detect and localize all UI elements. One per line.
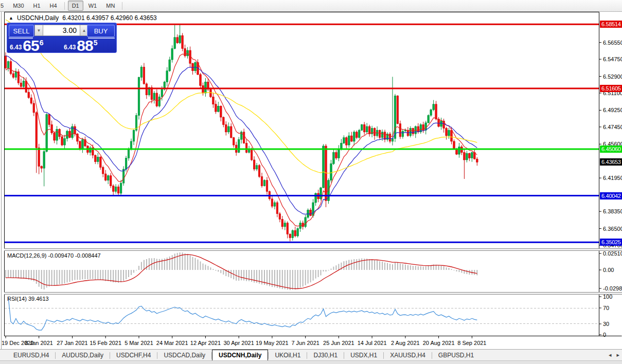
toolbar-separator — [64, 2, 65, 10]
tab-eurusd-h4[interactable]: EURUSD,H4 — [7, 350, 55, 361]
sell-price-big: 65 — [23, 39, 39, 52]
pane-separator-rsi[interactable] — [4, 292, 622, 295]
tab-scroll-left-icon[interactable]: ◂ — [609, 352, 612, 358]
price-level-badge: 6.58514 — [600, 21, 622, 28]
pane-separator-macd[interactable] — [4, 248, 622, 251]
timeframe-button-H1[interactable]: H1 — [29, 1, 45, 11]
price-axis-tick: 6.36500 — [603, 226, 622, 232]
price-level-badge: 6.35025 — [600, 239, 622, 246]
chart-header: ▲ USDCNH,Daily 6.43201 6.43957 6.42960 6… — [9, 14, 157, 22]
date-axis-label: 8 Sep 2021 — [457, 340, 486, 346]
tab-bar-strip — [0, 360, 622, 364]
date-axis-label: 20 Aug 2021 — [423, 340, 455, 346]
price-level-badge: 6.40042 — [600, 192, 622, 199]
timeframe-button-W1[interactable]: W1 — [84, 1, 101, 11]
tab-usdcad-daily[interactable]: USDCAD,Daily — [157, 350, 211, 361]
date-axis-label: 12 Apr 2021 — [190, 340, 221, 346]
sell-price-sup: 6 — [40, 39, 44, 47]
tab-usdx-h1[interactable]: USDX,H1 — [344, 350, 383, 361]
sell-price[interactable]: 6.43 65 6 — [10, 39, 61, 52]
price-level-badge: 6.45060 — [600, 145, 622, 153]
one-click-trade-panel: SELL ▼ ▲ BUY 6.43 65 6 6.43 88 5 — [7, 23, 117, 53]
price-axis-tick: 6.47450 — [603, 124, 622, 130]
sell-price-prefix: 6.43 — [10, 44, 22, 51]
current-price-badge: 6.43653 — [600, 158, 622, 166]
chart-title: USDCNH,Daily — [17, 14, 59, 22]
date-axis-label: 7 Jun 2021 — [291, 340, 319, 346]
tab-usdcnh-daily[interactable]: USDCNH,Daily — [212, 350, 268, 361]
tab-ukoil-h1[interactable]: UKOil,H1 — [269, 350, 307, 361]
timeframe-button-5[interactable]: 5 — [0, 1, 8, 11]
date-axis-label: 15 Feb 2021 — [90, 340, 121, 346]
timeframe-button-H4[interactable]: H4 — [46, 1, 61, 11]
timeframe-toolbar: 5M30H1H4D1W1MN — [0, 0, 622, 12]
timeframe-button-D1[interactable]: D1 — [68, 1, 83, 11]
price-level-badge: 6.51605 — [600, 85, 622, 92]
chart-ohlc-values: 6.43201 6.43957 6.42960 6.43653 — [62, 14, 157, 22]
buy-button[interactable]: BUY — [87, 25, 115, 37]
date-axis-label: 27 Jan 2021 — [57, 340, 88, 346]
toolbar-separator — [122, 2, 122, 10]
date-axis-label: 8 Jan 2021 — [25, 340, 53, 346]
tab-gbpusd-h1[interactable]: GBPUSD,H1 — [432, 350, 480, 361]
buy-price-sup: 5 — [94, 39, 98, 47]
rsi-axis-label: 0 — [603, 332, 606, 338]
volume-input[interactable] — [43, 25, 80, 36]
buy-price-prefix: 6.43 — [64, 44, 76, 51]
rsi-axis-label: 30 — [603, 321, 609, 327]
buy-price-big: 88 — [77, 39, 93, 52]
date-axis-label: 24 Mar 2021 — [156, 340, 188, 346]
price-axis-tick: 6.52900 — [603, 74, 622, 80]
volume-stepper: ▼ ▲ — [34, 25, 88, 36]
window-edge — [1, 12, 2, 364]
date-axis-label: 14 Jul 2021 — [358, 340, 387, 346]
tab-dj30-h1[interactable]: DJ30,H1 — [307, 350, 344, 361]
macd-axis-label: -0.029885 — [603, 285, 622, 292]
tab-xauusd-h4[interactable]: XAUUSD,H4 — [384, 350, 432, 361]
tab-audusd-daily[interactable]: AUDUSD,Daily — [56, 350, 110, 361]
macd-axis-label: 0.00 — [603, 267, 614, 273]
rsi-label: RSI(14) 39.4613 — [7, 296, 49, 302]
date-axis-label: 25 Jun 2021 — [323, 340, 354, 346]
price-axis-tick: 6.56550 — [603, 40, 622, 46]
date-axis-label: 19 May 2021 — [256, 340, 289, 346]
timeframe-button-MN[interactable]: MN — [102, 1, 119, 11]
buy-price[interactable]: 6.43 88 5 — [64, 39, 115, 52]
price-axis-tick: 6.49250 — [603, 107, 622, 113]
timeframe-button-M30[interactable]: M30 — [9, 1, 28, 11]
macd-label: MACD(12,26,9) -0.009470 -0.008447 — [7, 252, 101, 259]
tab-scroll-right-icon[interactable]: ▸ — [616, 352, 619, 358]
macd-axis-label: 0.025108 — [603, 250, 622, 257]
chart-canvas[interactable] — [0, 0, 622, 364]
price-axis-tick: 6.54750 — [603, 56, 622, 62]
volume-decrease-button[interactable]: ▼ — [34, 25, 43, 36]
date-axis-label: 2 Aug 2021 — [391, 340, 420, 346]
tab-usdchf-h4[interactable]: USDCHF,H4 — [110, 350, 157, 361]
date-axis-label: 5 Mar 2021 — [125, 340, 153, 346]
price-axis-tick: 6.38350 — [603, 208, 622, 214]
date-axis-label: 30 Apr 2021 — [224, 340, 254, 346]
rsi-axis-label: 70 — [603, 305, 609, 311]
price-axis-tick: 6.41950 — [603, 175, 622, 181]
collapse-chart-icon[interactable]: ▲ — [9, 15, 13, 21]
sell-button[interactable]: SELL — [9, 25, 34, 37]
